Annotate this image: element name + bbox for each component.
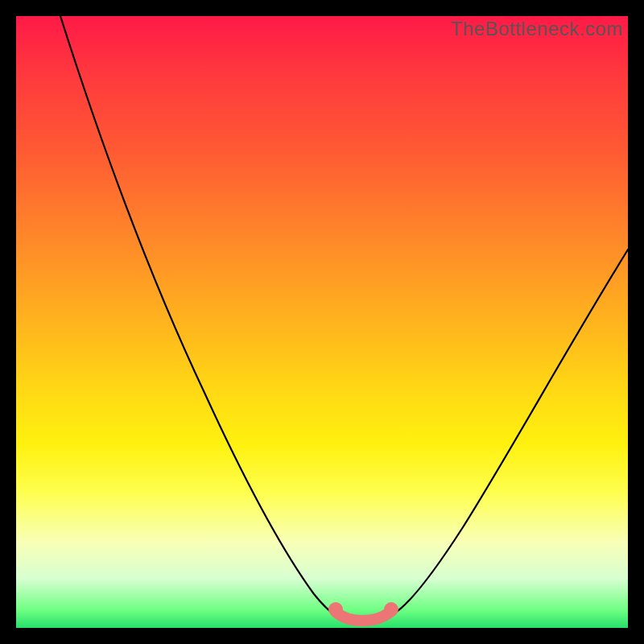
optimal-range-highlight (336, 612, 390, 621)
bottleneck-curve-left (60, 16, 338, 617)
highlight-endcap-left (328, 602, 343, 617)
highlight-endcap-right (384, 602, 398, 617)
bottleneck-curve-right (388, 250, 628, 617)
chart-frame: TheBottleneck.com (0, 0, 644, 644)
chart-svg (16, 16, 628, 628)
